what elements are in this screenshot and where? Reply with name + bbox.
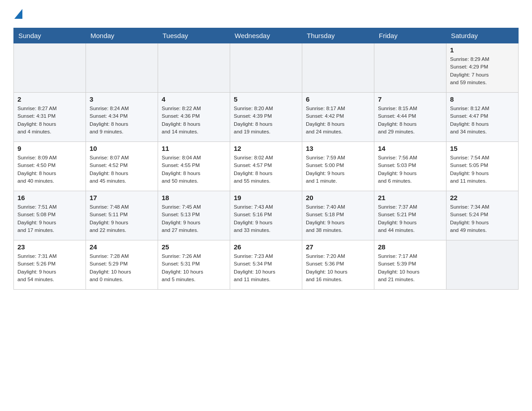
day-info: Sunrise: 7:17 AM Sunset: 5:39 PM Dayligh… [378,253,442,283]
calendar-cell: 11Sunrise: 8:04 AM Sunset: 4:55 PM Dayli… [158,142,230,191]
col-header-wednesday: Wednesday [230,28,302,43]
col-header-thursday: Thursday [302,28,374,43]
day-info: Sunrise: 7:48 AM Sunset: 5:11 PM Dayligh… [90,203,154,234]
day-info: Sunrise: 8:07 AM Sunset: 4:52 PM Dayligh… [90,154,154,185]
day-info: Sunrise: 7:26 AM Sunset: 5:31 PM Dayligh… [162,253,226,283]
calendar-header-row: SundayMondayTuesdayWednesdayThursdayFrid… [14,28,519,43]
day-info: Sunrise: 7:43 AM Sunset: 5:16 PM Dayligh… [234,203,298,234]
day-number: 4 [162,95,226,103]
calendar-cell: 21Sunrise: 7:37 AM Sunset: 5:21 PM Dayli… [374,191,446,240]
day-number: 5 [234,95,298,103]
calendar-cell: 9Sunrise: 8:09 AM Sunset: 4:50 PM Daylig… [14,142,86,191]
day-info: Sunrise: 7:20 AM Sunset: 5:36 PM Dayligh… [306,253,370,283]
day-number: 19 [234,194,298,201]
day-number: 9 [17,145,82,152]
calendar-cell: 27Sunrise: 7:20 AM Sunset: 5:36 PM Dayli… [302,240,374,290]
day-info: Sunrise: 8:09 AM Sunset: 4:50 PM Dayligh… [17,154,82,185]
day-info: Sunrise: 7:28 AM Sunset: 5:29 PM Dayligh… [90,253,154,283]
calendar-cell [14,43,86,93]
day-number: 25 [162,243,226,251]
week-row-4: 16Sunrise: 7:51 AM Sunset: 5:08 PM Dayli… [14,191,519,240]
day-number: 11 [162,145,226,152]
day-number: 17 [90,194,154,201]
week-row-3: 9Sunrise: 8:09 AM Sunset: 4:50 PM Daylig… [14,142,519,191]
day-info: Sunrise: 8:17 AM Sunset: 4:42 PM Dayligh… [306,105,370,136]
calendar-cell: 24Sunrise: 7:28 AM Sunset: 5:29 PM Dayli… [86,240,158,290]
day-number: 16 [17,194,82,201]
col-header-friday: Friday [374,28,446,43]
calendar-cell: 18Sunrise: 7:45 AM Sunset: 5:13 PM Dayli… [158,191,230,240]
col-header-monday: Monday [86,28,158,43]
day-info: Sunrise: 8:22 AM Sunset: 4:36 PM Dayligh… [162,105,226,136]
calendar-cell: 25Sunrise: 7:26 AM Sunset: 5:31 PM Dayli… [158,240,230,290]
day-info: Sunrise: 8:12 AM Sunset: 4:47 PM Dayligh… [450,105,515,136]
day-info: Sunrise: 7:37 AM Sunset: 5:21 PM Dayligh… [378,203,442,234]
calendar-cell: 8Sunrise: 8:12 AM Sunset: 4:47 PM Daylig… [446,93,519,142]
calendar-cell: 7Sunrise: 8:15 AM Sunset: 4:44 PM Daylig… [374,93,446,142]
calendar-cell: 13Sunrise: 7:59 AM Sunset: 5:00 PM Dayli… [302,142,374,191]
day-number: 1 [450,46,515,54]
week-row-1: 1Sunrise: 8:29 AM Sunset: 4:29 PM Daylig… [14,43,519,93]
calendar-cell: 4Sunrise: 8:22 AM Sunset: 4:36 PM Daylig… [158,93,230,142]
calendar-cell: 16Sunrise: 7:51 AM Sunset: 5:08 PM Dayli… [14,191,86,240]
col-header-sunday: Sunday [14,28,86,43]
calendar-cell [374,43,446,93]
day-info: Sunrise: 8:02 AM Sunset: 4:57 PM Dayligh… [234,154,298,185]
day-number: 12 [234,145,298,152]
day-number: 13 [306,145,370,152]
calendar-cell [302,43,374,93]
day-number: 24 [90,243,154,251]
day-number: 20 [306,194,370,201]
day-number: 21 [378,194,442,201]
calendar-cell: 19Sunrise: 7:43 AM Sunset: 5:16 PM Dayli… [230,191,302,240]
day-info: Sunrise: 7:31 AM Sunset: 5:26 PM Dayligh… [17,253,82,283]
day-info: Sunrise: 7:23 AM Sunset: 5:34 PM Dayligh… [234,253,298,283]
day-number: 22 [450,194,515,201]
day-info: Sunrise: 7:51 AM Sunset: 5:08 PM Dayligh… [17,203,82,234]
day-info: Sunrise: 8:20 AM Sunset: 4:39 PM Dayligh… [234,105,298,136]
calendar-cell [86,43,158,93]
logo [13,9,22,21]
calendar-cell: 12Sunrise: 8:02 AM Sunset: 4:57 PM Dayli… [230,142,302,191]
day-number: 8 [450,95,515,103]
day-number: 18 [162,194,226,201]
week-row-5: 23Sunrise: 7:31 AM Sunset: 5:26 PM Dayli… [14,240,519,290]
logo-triangle-icon [14,9,22,19]
day-info: Sunrise: 7:56 AM Sunset: 5:03 PM Dayligh… [378,154,442,185]
day-number: 14 [378,145,442,152]
calendar-cell [158,43,230,93]
day-number: 3 [90,95,154,103]
day-info: Sunrise: 8:24 AM Sunset: 4:34 PM Dayligh… [90,105,154,136]
day-number: 26 [234,243,298,251]
day-info: Sunrise: 7:59 AM Sunset: 5:00 PM Dayligh… [306,154,370,185]
day-info: Sunrise: 8:15 AM Sunset: 4:44 PM Dayligh… [378,105,442,136]
day-info: Sunrise: 8:04 AM Sunset: 4:55 PM Dayligh… [162,154,226,185]
day-number: 27 [306,243,370,251]
calendar-cell: 28Sunrise: 7:17 AM Sunset: 5:39 PM Dayli… [374,240,446,290]
day-number: 23 [17,243,82,251]
calendar-cell: 10Sunrise: 8:07 AM Sunset: 4:52 PM Dayli… [86,142,158,191]
calendar-cell: 3Sunrise: 8:24 AM Sunset: 4:34 PM Daylig… [86,93,158,142]
calendar-cell [230,43,302,93]
day-number: 28 [378,243,442,251]
calendar-cell: 15Sunrise: 7:54 AM Sunset: 5:05 PM Dayli… [446,142,519,191]
col-header-tuesday: Tuesday [158,28,230,43]
day-info: Sunrise: 7:40 AM Sunset: 5:18 PM Dayligh… [306,203,370,234]
day-number: 7 [378,95,442,103]
calendar-cell: 2Sunrise: 8:27 AM Sunset: 4:31 PM Daylig… [14,93,86,142]
calendar-table: SundayMondayTuesdayWednesdayThursdayFrid… [13,28,519,290]
day-number: 6 [306,95,370,103]
calendar-cell: 20Sunrise: 7:40 AM Sunset: 5:18 PM Dayli… [302,191,374,240]
day-info: Sunrise: 7:54 AM Sunset: 5:05 PM Dayligh… [450,154,515,185]
calendar-cell: 14Sunrise: 7:56 AM Sunset: 5:03 PM Dayli… [374,142,446,191]
day-info: Sunrise: 8:27 AM Sunset: 4:31 PM Dayligh… [17,105,82,136]
calendar-cell: 23Sunrise: 7:31 AM Sunset: 5:26 PM Dayli… [14,240,86,290]
svg-marker-0 [14,9,22,19]
calendar-cell: 26Sunrise: 7:23 AM Sunset: 5:34 PM Dayli… [230,240,302,290]
calendar-cell: 5Sunrise: 8:20 AM Sunset: 4:39 PM Daylig… [230,93,302,142]
page-header [13,9,519,21]
day-number: 15 [450,145,515,152]
day-number: 2 [17,95,82,103]
calendar-cell: 22Sunrise: 7:34 AM Sunset: 5:24 PM Dayli… [446,191,519,240]
week-row-2: 2Sunrise: 8:27 AM Sunset: 4:31 PM Daylig… [14,93,519,142]
